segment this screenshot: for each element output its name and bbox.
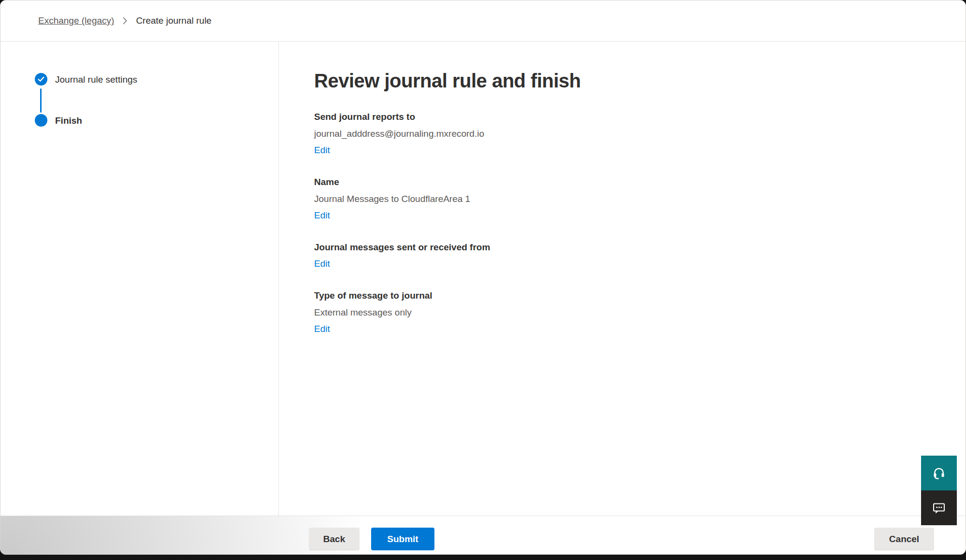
exchange-admin-window: Exchange (legacy) Create journal rule Jo… [0,0,966,555]
section-label: Type of message to journal [314,289,797,302]
wizard-footer: Back Submit Cancel [0,516,966,555]
message-type-value: External messages only [314,306,797,319]
feedback-bubble-icon [932,501,946,515]
breadcrumb-exchange-legacy-link[interactable]: Exchange (legacy) [38,15,114,26]
section-journal-messages-scope: Journal messages sent or received from E… [314,241,797,270]
screen-background: Exchange (legacy) Create journal rule Jo… [0,0,966,560]
edit-send-journal-reports-link[interactable]: Edit [314,144,330,157]
review-pane: Review journal rule and finish Send jour… [314,68,797,355]
section-label: Send journal reports to [314,111,797,123]
rule-name-value: Journal Messages to CloudflareArea 1 [314,193,797,205]
edit-name-link[interactable]: Edit [314,209,330,222]
help-button[interactable] [921,456,957,490]
chevron-right-icon [122,17,128,25]
step-completed-icon [35,73,47,86]
breadcrumb: Exchange (legacy) Create journal rule [0,0,966,42]
wizard-steps-panel: Journal rule settings Finish [0,42,279,516]
section-name: Name Journal Messages to CloudflareArea … [314,176,797,222]
section-message-type: Type of message to journal External mess… [314,289,797,335]
section-label: Name [314,176,797,188]
breadcrumb-current-page: Create journal rule [136,15,211,26]
headset-icon [932,466,946,480]
wizard-step-finish[interactable]: Finish [55,115,82,126]
step-connector-line [40,88,42,113]
submit-button[interactable]: Submit [371,528,434,550]
edit-scope-link[interactable]: Edit [314,258,330,270]
step-current-icon [35,114,47,127]
page-title: Review journal rule and finish [314,68,797,93]
journal-report-address-value: journal_adddress@journaling.mxrecord.io [314,128,797,140]
cancel-button[interactable]: Cancel [874,528,934,550]
section-send-journal-reports-to: Send journal reports to journal_adddress… [314,111,797,157]
section-label: Journal messages sent or received from [314,241,797,254]
wizard-step-journal-rule-settings[interactable]: Journal rule settings [55,74,137,85]
back-button[interactable]: Back [309,528,360,550]
feedback-button[interactable] [921,490,957,525]
edit-message-type-link[interactable]: Edit [314,323,330,335]
